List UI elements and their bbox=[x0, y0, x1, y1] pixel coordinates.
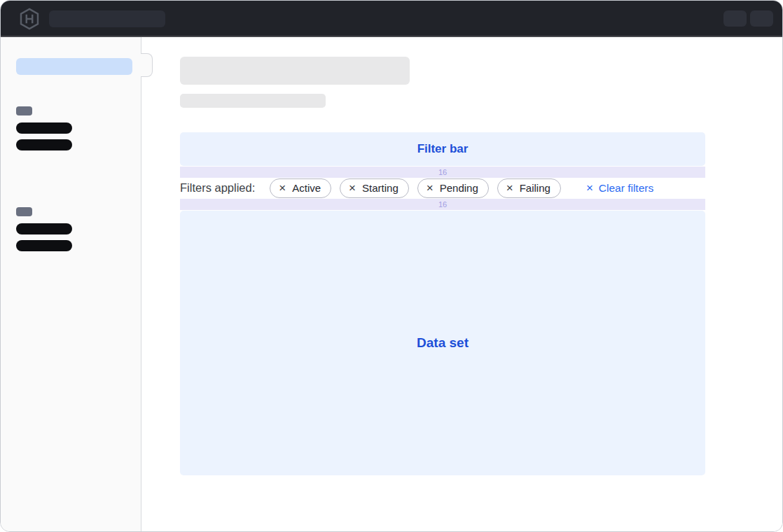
hashicorp-logo-icon bbox=[19, 8, 40, 30]
spacing-annotation-value: 16 bbox=[438, 167, 447, 178]
clear-filters-label: Clear filters bbox=[599, 182, 653, 195]
clear-filters-link[interactable]: × Clear filters bbox=[586, 182, 653, 195]
sidebar-section-label-placeholder-1 bbox=[16, 106, 32, 115]
sidebar-active-item-placeholder[interactable] bbox=[16, 58, 132, 75]
data-set-region: Data set bbox=[180, 211, 705, 475]
sidebar-nav-item-placeholder[interactable] bbox=[16, 223, 72, 234]
data-set-label: Data set bbox=[417, 335, 469, 351]
filter-tag-label: Starting bbox=[362, 182, 399, 194]
dismiss-icon: × bbox=[586, 182, 593, 194]
search-input-placeholder[interactable] bbox=[49, 10, 165, 27]
filter-tag-label: Pending bbox=[440, 182, 478, 194]
app-window: Filter bar 16 Filters applied: × Active … bbox=[0, 0, 783, 532]
filter-bar-region: Filter bar bbox=[180, 132, 705, 166]
filter-tag-label: Active bbox=[292, 182, 321, 194]
filter-bar-label: Filter bar bbox=[417, 142, 469, 156]
sidebar-nav-item-placeholder[interactable] bbox=[16, 240, 72, 251]
page-title-placeholder bbox=[180, 57, 410, 85]
page-subtitle-placeholder bbox=[180, 94, 326, 108]
sidebar-section-label-placeholder-2 bbox=[16, 207, 32, 216]
filter-tag-active[interactable]: × Active bbox=[270, 178, 331, 198]
filter-tag-failing[interactable]: × Failing bbox=[497, 178, 561, 198]
filter-tag-starting[interactable]: × Starting bbox=[340, 178, 409, 198]
filter-tag-pending[interactable]: × Pending bbox=[417, 178, 489, 198]
dismiss-icon[interactable]: × bbox=[506, 182, 513, 194]
filter-tag-label: Failing bbox=[520, 182, 550, 194]
sidebar-collapse-handle[interactable] bbox=[141, 53, 153, 77]
dismiss-icon[interactable]: × bbox=[427, 182, 434, 194]
filters-applied-label: Filters applied: bbox=[180, 181, 255, 195]
sidebar-nav-item-placeholder[interactable] bbox=[16, 139, 72, 150]
dismiss-icon[interactable]: × bbox=[279, 182, 286, 194]
sidebar bbox=[1, 37, 141, 531]
main-content: Filter bar 16 Filters applied: × Active … bbox=[142, 37, 782, 531]
topbar-action-placeholder-1[interactable] bbox=[723, 10, 747, 27]
spacing-annotation-value: 16 bbox=[438, 199, 447, 210]
topbar-action-placeholder-2[interactable] bbox=[750, 10, 773, 27]
applied-filters-row: Filters applied: × Active × Starting × P… bbox=[180, 177, 705, 199]
dismiss-icon[interactable]: × bbox=[349, 182, 356, 194]
spacing-annotation-bottom: 16 bbox=[180, 199, 705, 210]
spacing-annotation-top: 16 bbox=[180, 167, 705, 178]
top-navigation-bar bbox=[1, 1, 782, 37]
sidebar-nav-item-placeholder[interactable] bbox=[16, 122, 72, 134]
